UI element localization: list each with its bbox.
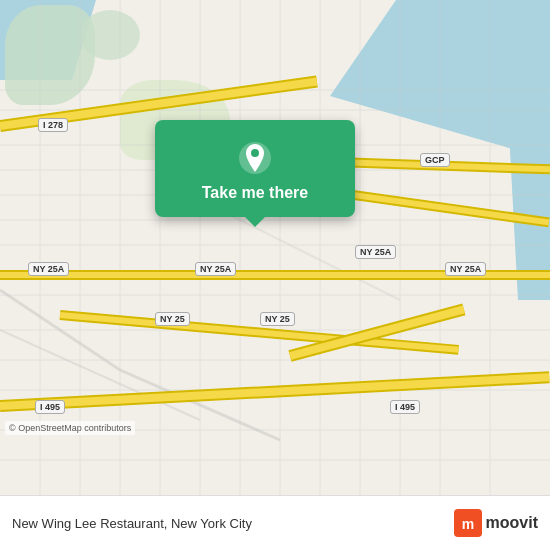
location-name: New Wing Lee Restaurant, New York City xyxy=(12,516,252,531)
label-ny25a-center: NY 25A xyxy=(195,262,236,276)
osm-attribution: © OpenStreetMap contributors xyxy=(5,421,135,435)
bottom-bar: New Wing Lee Restaurant, New York City m… xyxy=(0,495,550,550)
label-i495-left: I 495 xyxy=(35,400,65,414)
svg-text:m: m xyxy=(461,516,473,532)
label-ny25-lower: NY 25 xyxy=(260,312,295,326)
location-pin-icon xyxy=(237,140,273,176)
label-gcp: GCP xyxy=(420,153,450,167)
label-ny25a-left: NY 25A xyxy=(28,262,69,276)
map-container[interactable]: I 278 GCP NY 25A NY 25A NY 25A NY 25A NY… xyxy=(0,0,550,495)
moovit-logo-icon: m xyxy=(454,509,482,537)
svg-point-30 xyxy=(251,149,259,157)
label-ny25a-right: NY 25A xyxy=(355,245,396,259)
take-me-there-button[interactable]: Take me there xyxy=(202,184,308,202)
location-popup[interactable]: Take me there xyxy=(155,120,355,217)
label-i278: I 278 xyxy=(38,118,68,132)
label-ny25-center: NY 25 xyxy=(155,312,190,326)
moovit-logo: m moovit xyxy=(454,509,538,537)
moovit-label: moovit xyxy=(486,514,538,532)
label-i495-right: I 495 xyxy=(390,400,420,414)
label-ny25a-far: NY 25A xyxy=(445,262,486,276)
